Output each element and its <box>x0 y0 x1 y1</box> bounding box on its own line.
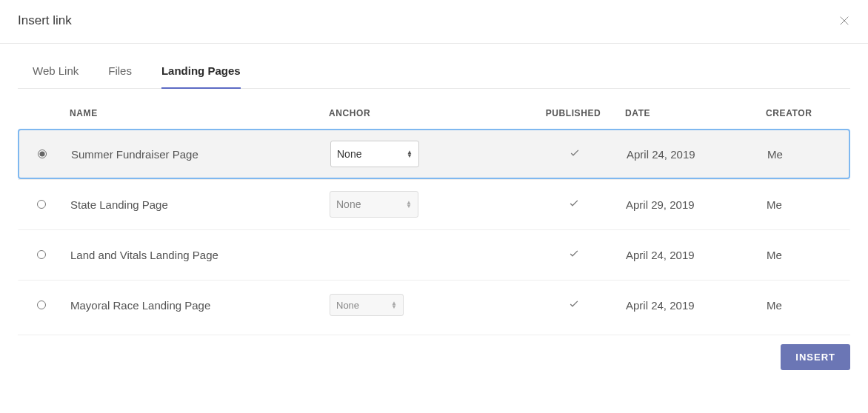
published-cell <box>522 298 626 312</box>
tab-landing-pages[interactable]: Landing Pages <box>161 64 241 89</box>
radio-cell <box>19 198 70 212</box>
col-anchor: Anchor <box>329 108 521 118</box>
row-date: April 24, 2019 <box>627 148 767 161</box>
row-name: Mayoral Race Landing Page <box>70 299 330 312</box>
col-date: Date <box>625 108 766 118</box>
check-icon <box>568 299 580 312</box>
anchor-cell: None▲▼ <box>330 141 523 167</box>
select-arrows-icon: ▲▼ <box>407 150 413 158</box>
check-icon <box>569 148 581 161</box>
row-date: April 24, 2019 <box>626 299 767 312</box>
check-icon <box>568 198 580 211</box>
radio-cell <box>19 248 70 262</box>
col-published: Published <box>521 108 625 118</box>
table-row[interactable]: Mayoral Race Landing PageNone▲▼April 24,… <box>18 280 850 330</box>
row-name: Land and Vitals Landing Page <box>70 249 330 261</box>
row-creator: Me <box>767 249 855 261</box>
select-arrows-icon: ▲▼ <box>406 201 412 208</box>
anchor-select-value: None <box>336 300 359 311</box>
table-row[interactable]: State Landing PageNone▲▼April 29, 2019Me <box>18 179 850 229</box>
row-creator: Me <box>767 198 855 211</box>
table-header-row: Name Anchor Published Date Creator <box>18 98 850 129</box>
modal-header: Insert link <box>0 0 868 44</box>
tab-files[interactable]: Files <box>108 64 132 89</box>
check-icon <box>568 249 580 261</box>
modal-footer: INSERT <box>18 335 850 370</box>
close-icon[interactable] <box>838 15 850 27</box>
radio-cell <box>19 298 70 312</box>
insert-link-modal: Insert link Web Link Files Landing Pages… <box>0 0 868 388</box>
tabs: Web Link Files Landing Pages <box>18 44 850 89</box>
anchor-cell: None▲▼ <box>330 294 522 316</box>
landing-pages-table: Name Anchor Published Date Creator Summe… <box>18 98 850 330</box>
row-creator: Me <box>767 148 856 161</box>
row-name: State Landing Page <box>70 198 330 211</box>
row-name: Summer Fundraiser Page <box>71 148 330 161</box>
row-date: April 29, 2019 <box>626 198 767 211</box>
published-cell <box>522 197 626 212</box>
anchor-select-value: None <box>337 148 361 160</box>
anchor-select[interactable]: None▲▼ <box>330 294 404 316</box>
row-date: April 24, 2019 <box>626 249 767 261</box>
insert-button[interactable]: INSERT <box>781 344 850 370</box>
row-radio[interactable] <box>37 200 46 209</box>
radio-cell <box>19 147 71 161</box>
modal-title: Insert link <box>18 13 72 28</box>
table-row[interactable]: Land and Vitals Landing PageApril 24, 20… <box>18 229 850 280</box>
tab-web-link[interactable]: Web Link <box>33 64 79 89</box>
row-radio[interactable] <box>38 150 47 158</box>
modal-body: Web Link Files Landing Pages Name Anchor… <box>0 44 868 388</box>
row-creator: Me <box>767 299 855 312</box>
row-radio[interactable] <box>37 300 46 309</box>
col-name: Name <box>70 108 329 118</box>
table-row[interactable]: Summer Fundraiser PageNone▲▼April 24, 20… <box>18 129 850 179</box>
anchor-select[interactable]: None▲▼ <box>330 191 418 218</box>
published-cell <box>522 247 626 262</box>
anchor-select[interactable]: None▲▼ <box>330 141 419 167</box>
anchor-select-value: None <box>336 198 361 210</box>
published-cell <box>523 147 627 161</box>
col-creator: Creator <box>766 108 855 118</box>
anchor-cell: None▲▼ <box>330 191 522 218</box>
row-radio[interactable] <box>37 250 46 259</box>
select-arrows-icon: ▲▼ <box>391 301 397 309</box>
